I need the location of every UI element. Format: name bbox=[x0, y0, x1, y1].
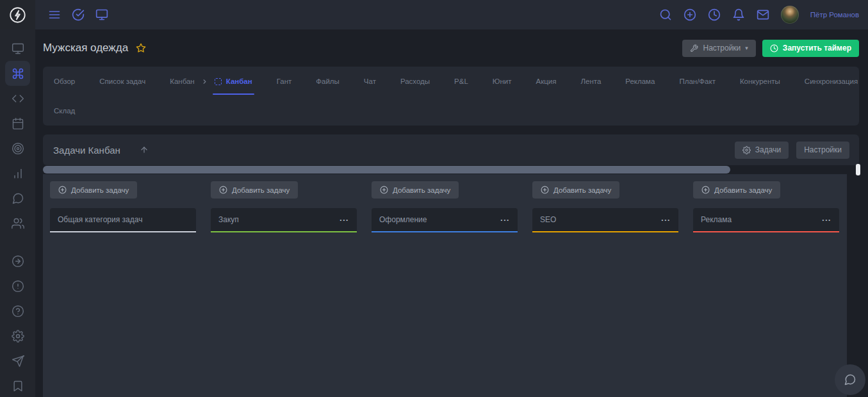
tab-feed[interactable]: Лента bbox=[580, 77, 601, 85]
tab-sync[interactable]: Синхронизация bbox=[805, 77, 858, 85]
command-icon bbox=[12, 67, 24, 80]
sidebar-item-settings[interactable] bbox=[5, 323, 30, 348]
arrow-right-circle-icon bbox=[12, 255, 24, 268]
sidebar-item-bar-chart[interactable] bbox=[5, 161, 30, 186]
tab-competitors[interactable]: Конкуренты bbox=[740, 77, 780, 85]
check-circle-icon[interactable] bbox=[72, 8, 85, 21]
sidebar-item-help[interactable] bbox=[5, 298, 30, 323]
tab-task-list[interactable]: Список задач bbox=[99, 77, 145, 85]
tab-chat[interactable]: Чат bbox=[364, 77, 376, 85]
column-menu-ellipsis-icon[interactable]: ••• bbox=[340, 217, 349, 223]
column-header[interactable]: Закуп ••• bbox=[211, 208, 357, 232]
column-menu-ellipsis-icon[interactable]: ••• bbox=[501, 217, 510, 223]
column-title: Закуп bbox=[218, 215, 239, 224]
section-title: Задачи Канбан bbox=[53, 145, 120, 156]
column-title: Реклама bbox=[701, 215, 732, 224]
vertical-scrollbar-thumb[interactable] bbox=[856, 164, 860, 175]
tasks-button[interactable]: Задачи bbox=[735, 142, 789, 159]
column-menu-ellipsis-icon[interactable]: ••• bbox=[662, 217, 671, 223]
sidebar-item-target[interactable] bbox=[5, 136, 30, 161]
project-settings-button[interactable]: Настройки ▾ bbox=[682, 40, 755, 57]
kanban-board: Добавить задачу Общая категория задач До… bbox=[43, 174, 847, 397]
column-title: SEO bbox=[540, 215, 556, 224]
monitor-icon bbox=[12, 42, 24, 55]
start-timer-label: Запустить таймер bbox=[783, 44, 851, 53]
column-header[interactable]: SEO ••• bbox=[532, 208, 678, 232]
plus-circle-icon[interactable] bbox=[684, 8, 696, 21]
app-logo[interactable] bbox=[0, 0, 35, 29]
target-icon bbox=[12, 142, 24, 155]
sidebar-item-send[interactable] bbox=[5, 348, 30, 373]
tab-ads[interactable]: Реклама bbox=[625, 77, 655, 85]
tab-expenses[interactable]: Расходы bbox=[400, 77, 430, 85]
page-header: Мужская одежда Настройки ▾ Запустить тай… bbox=[43, 29, 859, 67]
mail-icon[interactable] bbox=[757, 8, 769, 21]
column-menu-ellipsis-icon[interactable]: ••• bbox=[823, 217, 831, 223]
sidebar-item-alerts[interactable] bbox=[5, 273, 30, 298]
tab-plan-fact[interactable]: План/Факт bbox=[679, 77, 715, 85]
add-task-button[interactable]: Добавить задачу bbox=[50, 181, 137, 199]
sidebar-item-command[interactable] bbox=[5, 61, 30, 86]
kanban-column-seo: Добавить задачу SEO ••• bbox=[532, 181, 678, 397]
menu-icon[interactable] bbox=[48, 8, 61, 21]
add-task-label: Добавить задачу bbox=[232, 186, 290, 194]
column-header[interactable]: Реклама ••• bbox=[693, 208, 839, 232]
add-task-button[interactable]: Добавить задачу bbox=[532, 181, 619, 199]
add-task-label: Добавить задачу bbox=[393, 186, 450, 194]
left-sidebar bbox=[0, 29, 35, 397]
plus-circle-icon bbox=[380, 186, 388, 194]
add-task-button[interactable]: Добавить задачу bbox=[372, 181, 459, 199]
kanban-section-header: Задачи Канбан Задачи Настройки bbox=[43, 134, 859, 165]
kanban-column-zakup: Добавить задачу Закуп ••• bbox=[211, 181, 357, 397]
tab-files[interactable]: Файлы bbox=[316, 77, 340, 85]
sidebar-item-monitor[interactable] bbox=[5, 36, 30, 61]
favorite-star-icon[interactable] bbox=[136, 43, 146, 53]
tab-gantt[interactable]: Гант bbox=[277, 77, 292, 85]
tab-warehouse[interactable]: Склад bbox=[54, 107, 75, 115]
navbar-left-icons bbox=[35, 8, 108, 21]
tab-promo[interactable]: Акция bbox=[536, 77, 557, 85]
tab-pnl[interactable]: P&L bbox=[454, 77, 468, 85]
tab-unit[interactable]: Юнит bbox=[493, 77, 512, 85]
column-header[interactable]: Общая категория задач bbox=[50, 208, 196, 232]
kanban-column-oformlenie: Добавить задачу Оформление ••• bbox=[372, 181, 518, 397]
monitor-icon[interactable] bbox=[95, 8, 108, 21]
support-chat-button[interactable] bbox=[835, 364, 865, 395]
help-circle-icon bbox=[12, 305, 24, 318]
chat-bubble-icon bbox=[12, 192, 24, 205]
sidebar-item-chat[interactable] bbox=[5, 186, 30, 211]
sidebar-item-users[interactable] bbox=[5, 211, 30, 236]
project-settings-label: Настройки bbox=[703, 44, 741, 53]
breadcrumb-parent-kanban[interactable]: Канбан bbox=[170, 77, 195, 85]
add-task-label: Добавить задачу bbox=[714, 186, 772, 194]
kanban-settings-button[interactable]: Настройки bbox=[796, 142, 849, 159]
chevron-down-icon: ▾ bbox=[745, 45, 748, 51]
sidebar-item-calendar[interactable] bbox=[5, 111, 30, 136]
add-task-button[interactable]: Добавить задачу bbox=[211, 181, 298, 199]
tab-kanban-active[interactable]: Канбан bbox=[215, 77, 252, 85]
user-name[interactable]: Пётр Романов bbox=[810, 11, 859, 19]
lightning-circle-icon bbox=[9, 6, 26, 24]
tasks-button-label: Задачи bbox=[755, 145, 781, 154]
bell-icon[interactable] bbox=[732, 8, 745, 21]
main-content: Мужская одежда Настройки ▾ Запустить тай… bbox=[35, 29, 868, 397]
user-avatar[interactable] bbox=[781, 6, 799, 24]
chat-bubble-icon bbox=[844, 373, 856, 386]
search-icon[interactable] bbox=[659, 8, 672, 21]
plus-circle-icon bbox=[541, 186, 549, 194]
kanban-column-general: Добавить задачу Общая категория задач bbox=[50, 181, 196, 397]
add-task-button[interactable]: Добавить задачу bbox=[693, 181, 780, 199]
add-task-label: Добавить задачу bbox=[71, 186, 129, 194]
start-timer-button[interactable]: Запустить таймер bbox=[762, 40, 859, 57]
clock-icon bbox=[770, 44, 778, 53]
sidebar-item-code[interactable] bbox=[5, 86, 30, 111]
sidebar-item-bookmark[interactable] bbox=[5, 373, 30, 397]
column-header[interactable]: Оформление ••• bbox=[372, 208, 518, 232]
plus-circle-icon bbox=[701, 186, 710, 194]
tab-overview[interactable]: Обзор bbox=[54, 77, 75, 85]
clock-icon[interactable] bbox=[708, 8, 721, 21]
arrow-up-icon[interactable] bbox=[140, 145, 149, 154]
horizontal-scrollbar-thumb[interactable] bbox=[43, 166, 730, 174]
horizontal-scrollbar bbox=[43, 165, 847, 174]
sidebar-item-arrow-right[interactable] bbox=[5, 248, 30, 273]
